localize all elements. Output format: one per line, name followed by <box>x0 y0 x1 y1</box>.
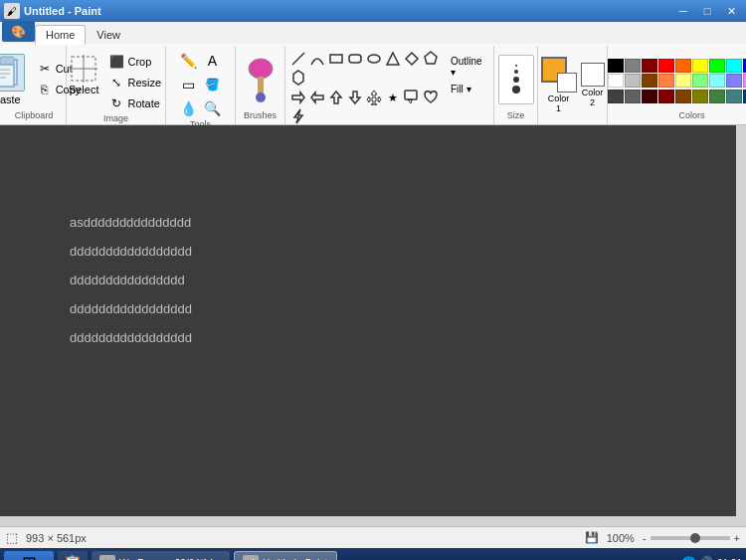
palette-color[interactable] <box>608 90 624 103</box>
rotate-button[interactable]: ↻ Rotate <box>104 93 165 113</box>
zoom-slider[interactable] <box>651 536 730 540</box>
palette-color[interactable] <box>675 59 691 73</box>
maximize-button[interactable]: □ <box>696 3 718 19</box>
triangle-shape[interactable] <box>384 50 402 68</box>
palette-color[interactable] <box>642 59 657 73</box>
palette-color[interactable] <box>709 74 725 88</box>
brushes-button[interactable] <box>241 55 280 104</box>
start-button[interactable]: ⊞ <box>4 551 54 560</box>
image-label: Image <box>103 113 128 125</box>
palette-color[interactable] <box>642 74 657 88</box>
canvas-text-line: ddddddddddddddddd <box>70 330 192 345</box>
vertical-scrollbar[interactable] <box>736 125 746 516</box>
taskbar-warframe[interactable]: 🎮 WarFrame - 23/04/14... <box>92 551 230 560</box>
taskbar-paint[interactable]: 🖌 Untitled - Paint <box>234 551 337 560</box>
canvas-text-line: ddddddddddddddddd <box>70 244 192 259</box>
right-arrow-shape[interactable] <box>289 89 307 106</box>
shapes-row1 <box>289 50 443 87</box>
palette-color[interactable] <box>658 74 674 88</box>
ellipse-shape[interactable] <box>365 50 383 68</box>
palette-color[interactable] <box>692 90 708 103</box>
color2-main-swatch[interactable] <box>581 63 605 87</box>
palette-color[interactable] <box>625 90 641 103</box>
down-arrow-shape[interactable] <box>346 89 364 106</box>
image-buttons-col: ⬛ Crop ⤡ Resize ↻ Rotate <box>104 52 165 113</box>
svg-rect-14 <box>349 55 361 63</box>
palette-color[interactable] <box>675 90 691 103</box>
curve-shape[interactable] <box>308 50 326 68</box>
palette-color[interactable] <box>692 74 708 88</box>
text-tool[interactable]: A <box>202 50 224 72</box>
svg-rect-2 <box>0 65 14 87</box>
pencil-tool[interactable]: ✏️ <box>178 50 200 72</box>
resize-button[interactable]: ⤡ Resize <box>104 73 165 93</box>
diamond-shape[interactable] <box>403 50 421 68</box>
canvas-area[interactable]: asdddddddddddddddddddddddddddddddddddddd… <box>0 125 746 516</box>
eraser-tool[interactable]: ▭ <box>178 74 200 95</box>
magnify-tool[interactable]: 🔍 <box>202 97 224 119</box>
palette-color[interactable] <box>608 59 624 73</box>
zoom-control: - + <box>643 532 740 544</box>
up-arrow-shape[interactable] <box>327 89 345 106</box>
paste-icon <box>0 54 25 92</box>
size-group: Size <box>494 46 538 124</box>
fill-tool[interactable]: 🪣 <box>202 74 224 95</box>
pentagon-shape[interactable] <box>422 50 440 68</box>
crop-button[interactable]: ⬛ Crop <box>104 52 165 72</box>
eyedropper-tool[interactable]: 💧 <box>178 97 200 119</box>
color2-swatch[interactable] <box>557 73 577 93</box>
svg-rect-25 <box>405 91 417 99</box>
palette-color[interactable] <box>658 90 674 103</box>
paste-button[interactable]: Paste <box>0 50 31 109</box>
horizontal-scrollbar[interactable] <box>0 516 746 526</box>
rotate-label: Rotate <box>127 97 159 109</box>
palette-color[interactable] <box>675 74 691 88</box>
fill-dropdown[interactable]: Fill ▾ <box>447 82 489 96</box>
size-dot-1 <box>515 65 517 67</box>
rect-shape[interactable] <box>327 50 345 68</box>
palette-color[interactable] <box>625 74 641 88</box>
tab-home[interactable]: Home <box>35 25 86 45</box>
network-icon[interactable]: 🌐 <box>681 556 696 560</box>
palette-color[interactable] <box>709 59 725 73</box>
palette-color[interactable] <box>625 59 641 73</box>
outline-label: Outline ▾ <box>451 56 485 78</box>
svg-marker-20 <box>292 93 304 102</box>
star-shape[interactable]: ★ <box>384 89 402 106</box>
hexagon-shape[interactable] <box>289 69 307 87</box>
palette-color[interactable] <box>726 90 742 103</box>
svg-marker-23 <box>350 92 360 103</box>
task-manager-button[interactable]: 📋 <box>58 551 88 560</box>
size-dot-3 <box>513 77 519 83</box>
left-arrow-shape[interactable] <box>308 89 326 106</box>
tray-icon-1[interactable]: ▲ <box>667 556 679 560</box>
zoom-minus[interactable]: - <box>643 532 647 544</box>
line-shape[interactable] <box>289 50 307 68</box>
palette-color[interactable] <box>608 74 624 88</box>
copy-icon: ⎘ <box>37 82 53 97</box>
palette-color[interactable] <box>726 59 742 73</box>
palette-color[interactable] <box>692 59 708 73</box>
shapes-row2: ★ <box>289 89 443 125</box>
svg-marker-27 <box>294 109 302 123</box>
zoom-plus[interactable]: + <box>734 532 740 544</box>
palette-color[interactable] <box>726 74 742 88</box>
outline-dropdown[interactable]: Outline ▾ <box>447 54 489 80</box>
paint-menu-button[interactable]: 🎨 <box>2 21 35 42</box>
heart-shape[interactable] <box>422 89 440 106</box>
volume-icon[interactable]: 🔊 <box>698 556 713 560</box>
palette-color[interactable] <box>658 59 674 73</box>
callout-shape[interactable] <box>403 89 421 106</box>
close-button[interactable]: ✕ <box>720 3 742 19</box>
lightning-shape[interactable] <box>289 107 307 125</box>
tab-view[interactable]: View <box>86 25 131 44</box>
rounded-rect-shape[interactable] <box>346 50 364 68</box>
four-arrow-shape[interactable] <box>365 89 383 106</box>
brushes-content <box>241 48 280 110</box>
minimize-button[interactable]: ─ <box>672 3 694 19</box>
select-button[interactable]: Select <box>67 52 101 97</box>
size-picker[interactable] <box>498 55 534 104</box>
canvas-text-line: asddddddddddddddd <box>70 215 192 230</box>
palette-color[interactable] <box>642 90 657 103</box>
palette-color[interactable] <box>709 90 725 103</box>
